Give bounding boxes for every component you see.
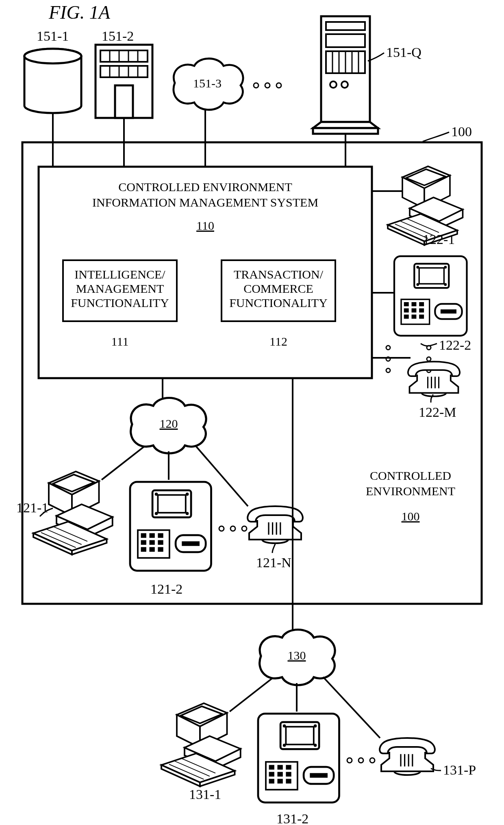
kiosk-122-2-label: 122-2 xyxy=(439,337,471,353)
kiosk-122-2 xyxy=(394,256,467,336)
func-left-ref: 111 xyxy=(111,335,129,348)
pc-131-1 xyxy=(161,703,241,786)
controlled-env-l2: ENVIRONMENT xyxy=(366,484,455,498)
func-right-l3: FUNCTIONALITY xyxy=(229,296,328,309)
db-label: 151-1 xyxy=(37,28,69,44)
func-right-ref: 112 xyxy=(269,335,287,348)
cloud-151-3-label: 151-3 xyxy=(193,76,222,90)
controlled-env-ref: 100 xyxy=(402,509,420,523)
func-right-l1: TRANSACTION/ xyxy=(234,268,324,281)
system-box-ref: 110 xyxy=(196,219,214,232)
pc-131-1-label: 131-1 xyxy=(189,787,221,802)
cloud-130-label: 130 xyxy=(288,649,306,662)
controlled-env-ref-top: 100 xyxy=(451,124,472,139)
phone-122-m-label: 122-M xyxy=(419,405,456,420)
diagram-svg: FIG. 1A 151-1 151-2 151-3 151-Q 100 CONT… xyxy=(0,0,504,825)
phone-131-p-label: 131-P xyxy=(443,762,476,777)
phone-122-m xyxy=(408,361,460,396)
database-icon xyxy=(24,49,81,113)
kiosk-121-2-label: 121-2 xyxy=(150,581,182,596)
building-icon xyxy=(96,45,152,118)
pc-122-1-label: 122-1 xyxy=(423,232,455,247)
system-box-l1: CONTROLLED ENVIRONMENT xyxy=(118,180,292,194)
phone-121-n xyxy=(248,506,303,543)
server-icon xyxy=(313,16,378,134)
kiosk-131-2-label: 131-2 xyxy=(276,811,308,825)
svg-line-70 xyxy=(230,678,272,712)
controlled-env-l1: CONTROLLED xyxy=(370,469,451,482)
phone-131-p xyxy=(380,738,435,775)
func-left-l1: INTELLIGENCE/ xyxy=(74,268,165,281)
figure-title: FIG. 1A xyxy=(48,2,111,23)
building-label: 151-2 xyxy=(102,28,134,44)
phone-121-n-label: 121-N xyxy=(256,555,291,570)
system-box-l2: INFORMATION MANAGEMENT SYSTEM xyxy=(92,196,318,209)
func-left-l3: FUNCTIONALITY xyxy=(71,296,169,309)
server-label: 151-Q xyxy=(386,45,421,60)
func-left-l2: MANAGEMENT xyxy=(76,282,164,295)
cloud-120-label: 120 xyxy=(160,417,178,430)
svg-line-66 xyxy=(102,446,144,480)
kiosk-121-2 xyxy=(130,482,211,571)
kiosk-131-2 xyxy=(258,714,339,803)
func-right-l2: COMMERCE xyxy=(243,282,313,295)
